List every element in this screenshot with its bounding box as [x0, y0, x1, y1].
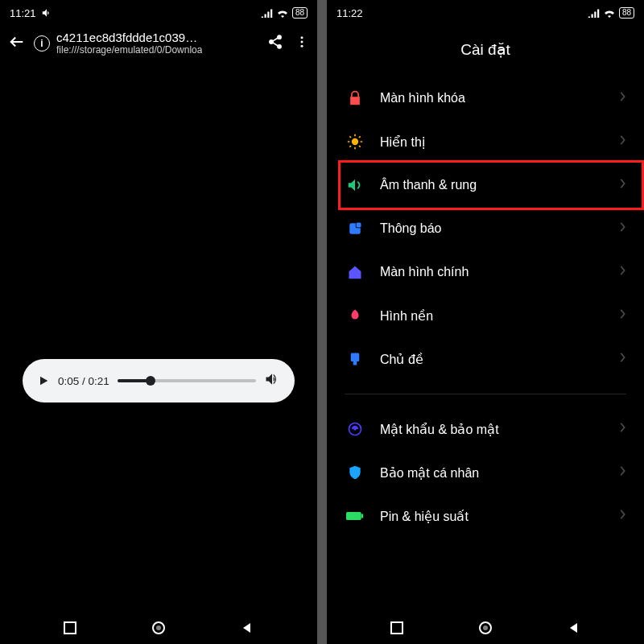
privacy-icon	[345, 462, 365, 483]
settings-item-label: Âm thanh & rung	[380, 178, 604, 192]
status-right: 88	[261, 7, 308, 19]
settings-item-label: Bảo mật cá nhân	[380, 465, 604, 481]
volume-button[interactable]	[264, 371, 280, 390]
wallpaper-icon	[345, 305, 365, 326]
settings-item-themes[interactable]: Chủ đề	[340, 337, 631, 381]
status-left: 11:21	[10, 7, 52, 19]
volume-icon	[41, 7, 52, 19]
themes-icon	[345, 349, 365, 369]
settings-item-label: Pin & hiệu suất	[380, 509, 604, 524]
status-bar: 11:22 88	[327, 0, 644, 26]
chevron-right-icon	[618, 221, 626, 236]
settings-item-label: Hình nền	[380, 308, 604, 324]
settings-item-security[interactable]: Mật khẩu & bảo mật	[340, 407, 631, 451]
settings-item-battery[interactable]: Pin & hiệu suất	[340, 494, 631, 538]
phone-settings: 11:22 88 Cài đặt Màn hình khóaHiển thịÂm…	[327, 0, 644, 644]
kebab-icon	[295, 34, 309, 50]
audio-seek[interactable]	[118, 379, 256, 382]
settings-item-wallpaper[interactable]: Hình nền	[340, 294, 631, 337]
settings-list-1: Màn hình khóaHiển thịÂm thanh & rungThôn…	[327, 76, 644, 381]
volume-icon	[264, 371, 280, 387]
chevron-right-icon	[618, 352, 626, 366]
nav-back[interactable]	[229, 612, 266, 644]
status-right: 88	[588, 7, 634, 19]
divider	[345, 394, 626, 394]
svg-point-16	[354, 428, 356, 430]
settings-item-privacy[interactable]: Bảo mật cá nhân	[340, 451, 631, 494]
settings-item-label: Màn hình khóa	[380, 91, 604, 105]
browser-toolbar: i c4211ec8d3fddde1c039… file:///storage/…	[0, 26, 317, 64]
chevron-right-icon	[618, 465, 626, 480]
security-icon	[345, 419, 365, 440]
settings-item-home[interactable]: Màn hình chính	[340, 250, 631, 294]
display-icon	[345, 131, 365, 152]
phone-browser: 11:21 88 i c4211ec8d3fddde1c039… file://…	[0, 0, 317, 644]
info-icon: i	[34, 35, 50, 52]
battery-level: 88	[292, 7, 308, 19]
chevron-right-icon	[618, 134, 626, 149]
status-time: 11:22	[336, 7, 363, 19]
svg-point-9	[352, 138, 358, 145]
chevron-right-icon	[618, 178, 626, 192]
svg-point-3	[301, 36, 303, 39]
settings-item-label: Thông báo	[380, 221, 604, 236]
chevron-right-icon	[618, 91, 626, 105]
notify-icon	[345, 218, 365, 239]
svg-rect-12	[357, 223, 361, 228]
svg-point-4	[301, 40, 303, 43]
settings-item-label: Mật khẩu & bảo mật	[380, 422, 604, 437]
svg-rect-17	[346, 512, 361, 520]
share-button[interactable]	[267, 34, 283, 53]
audio-time: 0:05 / 0:21	[58, 375, 109, 387]
audio-seek-knob[interactable]	[146, 376, 155, 386]
svg-rect-19	[391, 622, 402, 634]
battery-icon	[345, 506, 365, 526]
svg-rect-13	[351, 353, 360, 362]
svg-point-21	[483, 625, 488, 630]
settings-item-label: Hiển thị	[380, 134, 604, 150]
system-navbar	[327, 612, 644, 644]
settings-list-2: Mật khẩu & bảo mậtBảo mật cá nhânPin & h…	[327, 407, 644, 538]
chevron-right-icon	[618, 308, 626, 323]
lockscreen-icon	[345, 88, 365, 109]
menu-button[interactable]	[295, 34, 309, 53]
settings-title: Cài đặt	[327, 26, 644, 76]
signal-icon	[588, 8, 600, 18]
nav-home[interactable]	[467, 612, 504, 644]
wifi-icon	[276, 8, 289, 18]
nav-back[interactable]	[555, 612, 592, 644]
settings-item-display[interactable]: Hiển thị	[340, 120, 631, 163]
play-button[interactable]	[37, 374, 50, 387]
svg-point-8	[156, 625, 161, 630]
system-navbar	[0, 612, 317, 644]
wifi-icon	[603, 8, 616, 18]
nav-home[interactable]	[140, 612, 177, 644]
play-icon	[37, 374, 50, 387]
page-subtitle: file:///storage/emulated/0/Downloa	[56, 44, 202, 56]
chevron-right-icon	[618, 265, 626, 279]
chevron-right-icon	[618, 422, 626, 436]
audio-player: 0:05 / 0:21	[23, 359, 295, 402]
nav-recent[interactable]	[52, 612, 89, 644]
status-time: 11:21	[10, 7, 36, 19]
chevron-right-icon	[618, 509, 626, 523]
settings-item-label: Chủ đề	[380, 352, 604, 367]
svg-rect-18	[361, 514, 364, 518]
back-button[interactable]	[8, 33, 26, 54]
status-left: 11:22	[336, 7, 363, 19]
home-icon	[345, 262, 365, 283]
battery-level: 88	[619, 7, 634, 19]
url-block[interactable]: i c4211ec8d3fddde1c039… file:///storage/…	[34, 31, 259, 56]
settings-item-sound[interactable]: Âm thanh & rung	[340, 163, 631, 207]
svg-rect-14	[353, 361, 357, 365]
signal-icon	[261, 8, 273, 18]
nav-recent[interactable]	[378, 612, 415, 644]
settings-item-notify[interactable]: Thông báo	[340, 207, 631, 250]
settings-item-lockscreen[interactable]: Màn hình khóa	[340, 76, 631, 120]
sound-icon	[345, 175, 365, 196]
share-icon	[267, 34, 283, 50]
page-title: c4211ec8d3fddde1c039…	[56, 31, 202, 44]
settings-item-label: Màn hình chính	[380, 265, 604, 279]
status-bar: 11:21 88	[0, 0, 317, 26]
svg-point-5	[301, 44, 303, 47]
